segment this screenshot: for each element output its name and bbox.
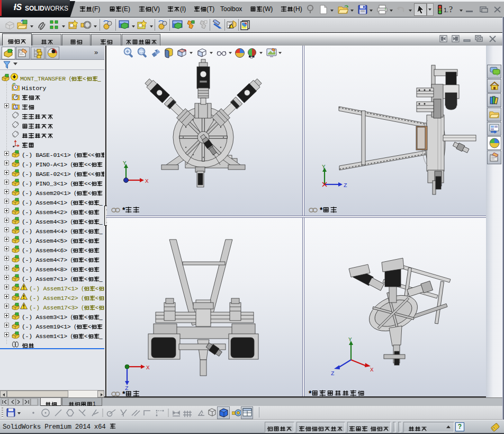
svg-text:Z: Z <box>331 370 335 377</box>
svg-text:Z: Z <box>344 182 347 189</box>
svg-text:X: X <box>145 178 149 184</box>
svg-text:Y: Y <box>348 336 352 343</box>
svg-text:Y: Y <box>123 160 127 166</box>
svg-text:X: X <box>370 367 374 373</box>
svg-text:A: A <box>14 105 17 110</box>
svg-text:Y: Y <box>322 164 326 170</box>
svg-text:X: X <box>146 365 150 371</box>
